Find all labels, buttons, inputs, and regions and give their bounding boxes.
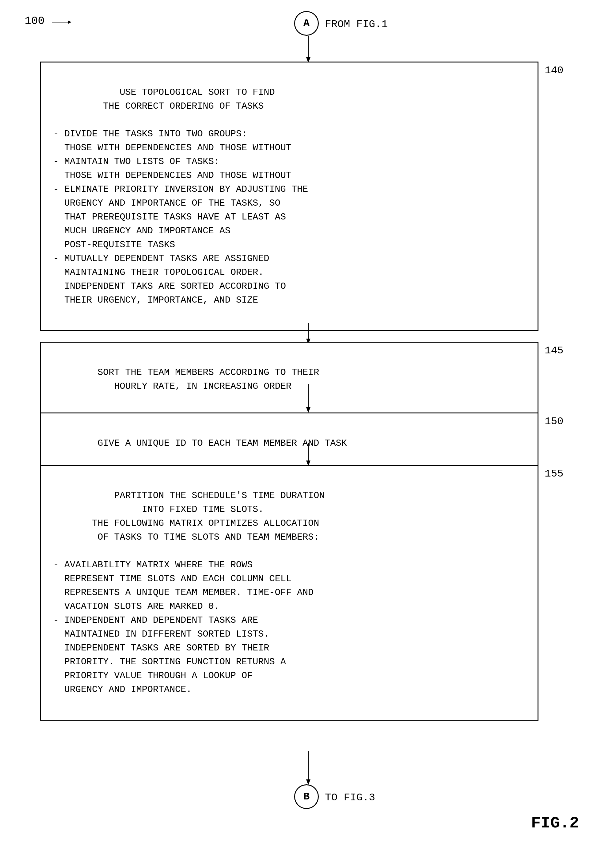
arrow-145-to-150 bbox=[305, 384, 311, 415]
svg-marker-1 bbox=[68, 20, 71, 24]
arrow-150-to-155 bbox=[305, 443, 311, 467]
page: 100 A FROM FIG.1 USE TOPOLOGICAL SORT TO… bbox=[0, 0, 616, 857]
arrow-a-to-140 bbox=[305, 36, 311, 63]
box-145: SORT THE TEAM MEMBERS ACCORDING TO THEIR… bbox=[40, 342, 539, 418]
arrow-155-to-b bbox=[305, 751, 311, 786]
to-fig-label: TO FIG.3 bbox=[325, 792, 375, 803]
step-label-140: 140 bbox=[545, 65, 564, 76]
step-label-150: 150 bbox=[545, 416, 564, 427]
from-fig-label: FROM FIG.1 bbox=[325, 19, 388, 30]
step-label-155: 155 bbox=[545, 468, 564, 480]
figure-main-label: 100 bbox=[25, 15, 45, 28]
figure-name: FIG.2 bbox=[531, 814, 579, 832]
svg-marker-7 bbox=[306, 407, 310, 413]
connector-a: A bbox=[294, 11, 319, 36]
connector-b: B bbox=[294, 784, 319, 809]
box-155: PARTITION THE SCHEDULE'S TIME DURATION I… bbox=[40, 465, 539, 721]
step-label-145: 145 bbox=[545, 345, 564, 356]
figure-label-arrow bbox=[52, 16, 71, 28]
box-140: USE TOPOLOGICAL SORT TO FIND THE CORRECT… bbox=[40, 62, 539, 331]
